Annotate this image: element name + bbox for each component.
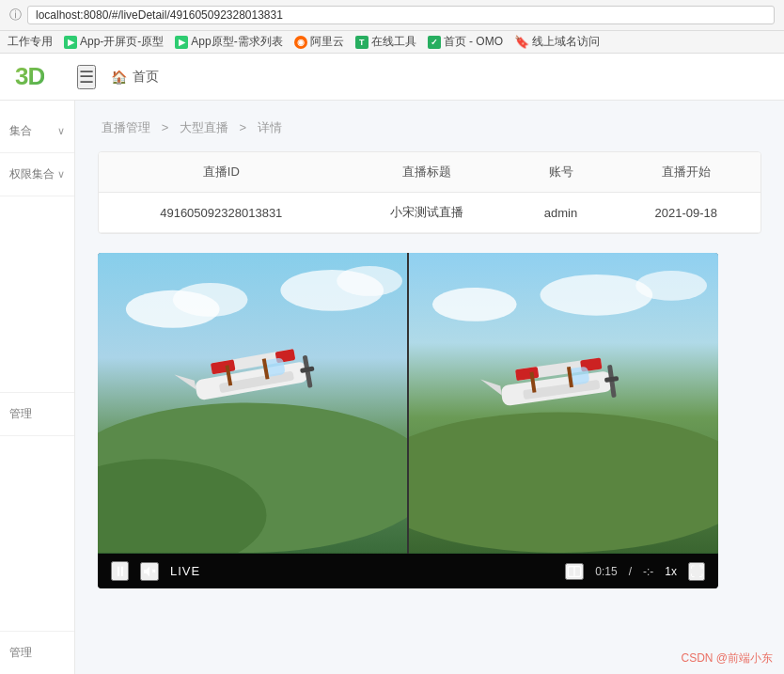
header-nav: 🏠 首页 [111, 69, 159, 86]
chevron-down-icon-2: ∨ [57, 168, 65, 180]
url-bar[interactable]: localhost:8080/#/liveDetail/491605092328… [27, 6, 775, 24]
bookmark-app-open-icon: ▶ [64, 36, 77, 49]
main-layout: 集合 ∨ 权限集合 ∨ 管理 管理 [0, 101, 784, 674]
sidebar-manage1-label: 管理 [9, 406, 32, 422]
screen-mode-button[interactable] [565, 563, 584, 580]
sidebar-item-collection[interactable]: 集合 ∨ [0, 110, 74, 153]
play-pause-button[interactable]: ⏸ [111, 561, 129, 581]
screen-mode-icon [567, 565, 582, 578]
breadcrumb: 直播管理 > 大型直播 > 详情 [98, 119, 761, 136]
table-cell-start: 2021-09-18 [612, 193, 760, 233]
bookmark-domain-label: 线上域名访问 [532, 34, 600, 50]
app-header: 3D ☰ 🏠 首页 [0, 54, 784, 101]
live-badge: LIVE [170, 564, 200, 578]
bookmark-work[interactable]: 工作专用 [8, 34, 53, 50]
breadcrumb-part1: 直播管理 [102, 120, 150, 134]
time-separator: / [629, 565, 632, 578]
svg-point-4 [337, 266, 402, 296]
bookmark-app-open[interactable]: ▶ App-开屏页-原型 [64, 34, 164, 50]
video-right [407, 253, 718, 554]
bookmark-aliyun-label: 阿里云 [310, 34, 344, 50]
bookmark-omo[interactable]: ✓ 首页 - OMO [428, 34, 503, 50]
sidebar-item-manage1[interactable]: 管理 [0, 393, 74, 436]
bookmark-tool-label: 在线工具 [371, 34, 416, 50]
table-col-title: 直播标题 [344, 152, 510, 193]
table-col-start: 直播开始 [612, 152, 760, 193]
table-row: 491605092328013831 小宋测试直播 admin 2021-09-… [99, 193, 760, 233]
bookmark-aliyun[interactable]: ◉ 阿里云 [294, 34, 344, 50]
table-col-id: 直播ID [99, 152, 344, 193]
bookmark-aliyun-icon: ◉ [294, 36, 307, 49]
logo: 3D [15, 62, 62, 91]
sidebar-collection-label: 集合 [9, 123, 32, 139]
breadcrumb-sep2: > [239, 120, 249, 134]
svg-point-20 [541, 274, 653, 316]
breadcrumb-sep1: > [162, 120, 172, 134]
bookmark-app-open-label: App-开屏页-原型 [80, 34, 164, 50]
video-left [98, 253, 407, 554]
logo-text: 3D [15, 62, 44, 91]
browser-bar: ⓘ localhost:8080/#/liveDetail/4916050923… [0, 0, 784, 31]
bookmark-domain-icon: 🔖 [514, 35, 529, 49]
hamburger-button[interactable]: ☰ [77, 65, 96, 89]
mute-icon [142, 564, 157, 579]
table-header-row: 直播ID 直播标题 账号 直播开始 [99, 152, 760, 193]
bookmark-domain[interactable]: 🔖 线上域名访问 [514, 34, 600, 50]
sidebar: 集合 ∨ 权限集合 ∨ 管理 管理 [0, 101, 75, 674]
svg-point-2 [173, 283, 248, 317]
video-player: ⏸ LIVE [98, 253, 718, 588]
bookmarks-bar: 工作专用 ▶ App-开屏页-原型 ▶ App原型-需求列表 ◉ 阿里云 T 在… [0, 31, 784, 54]
svg-point-21 [635, 271, 707, 301]
home-label: 首页 [133, 69, 159, 86]
plane-visual-right [409, 253, 718, 553]
bookmark-app-proto-label: App原型-需求列表 [191, 34, 282, 50]
data-table: 直播ID 直播标题 账号 直播开始 491605092328013831 小宋测… [98, 151, 761, 234]
sidebar-item-permission[interactable]: 权限集合 ∨ [0, 153, 74, 196]
svg-point-19 [432, 288, 517, 321]
time-total: -:- [643, 565, 653, 578]
table-cell-account: admin [510, 193, 611, 233]
bookmark-tool[interactable]: T 在线工具 [355, 34, 416, 50]
plane-visual-left [98, 253, 407, 553]
bookmark-omo-icon: ✓ [428, 36, 441, 49]
svg-point-22 [409, 412, 718, 553]
sidebar-permission-label: 权限集合 [9, 166, 55, 182]
home-icon: 🏠 [111, 70, 127, 85]
time-current: 0:15 [595, 565, 617, 578]
table-cell-id: 491605092328013831 [99, 193, 344, 233]
bookmark-omo-label: 首页 - OMO [444, 34, 503, 50]
sidebar-manage2-label: 管理 [9, 645, 32, 661]
table-col-account: 账号 [510, 152, 611, 193]
content-area: 直播管理 > 大型直播 > 详情 直播ID 直播标题 账号 直播开始 [75, 101, 784, 674]
app-wrapper: 3D ☰ 🏠 首页 集合 ∨ 权限集合 ∨ [0, 54, 784, 674]
table-cell-title: 小宋测试直播 [344, 193, 510, 233]
bookmark-app-proto[interactable]: ▶ App原型-需求列表 [175, 34, 282, 50]
breadcrumb-part3: 详情 [258, 120, 282, 134]
speed-display: 1x [665, 565, 677, 578]
breadcrumb-part2: 大型直播 [180, 120, 228, 134]
bookmark-app-proto-icon: ▶ [175, 36, 188, 49]
mute-button[interactable] [140, 562, 159, 581]
chevron-down-icon: ∨ [57, 125, 65, 137]
video-frame [98, 253, 718, 554]
video-controls: ⏸ LIVE [98, 554, 718, 588]
bookmark-work-label: 工作专用 [8, 34, 53, 50]
sidebar-item-manage2[interactable]: 管理 [0, 632, 74, 674]
fullscreen-button[interactable]: ⛶ [688, 562, 705, 581]
info-icon: ⓘ [9, 7, 22, 24]
watermark: CSDN @前端小东 [681, 650, 773, 666]
bookmark-tool-icon: T [355, 36, 368, 49]
